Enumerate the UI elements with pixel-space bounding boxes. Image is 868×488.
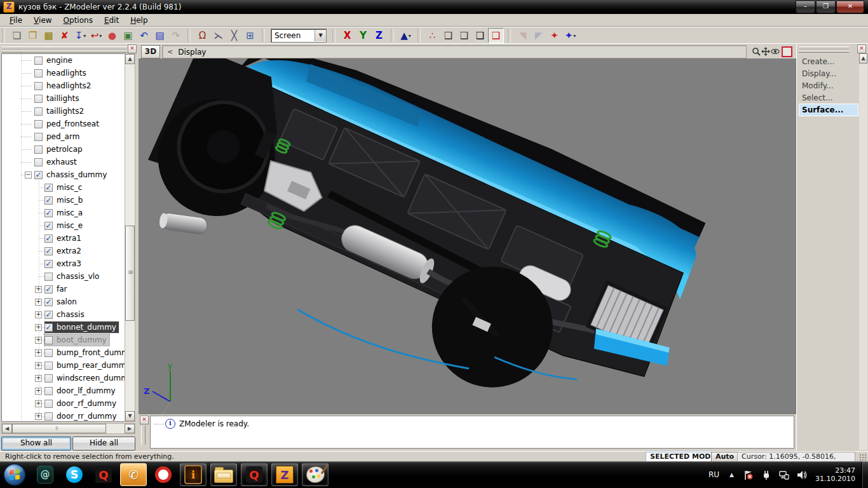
expand-icon[interactable]: + [35, 388, 42, 395]
history-list-button[interactable]: ▤ [152, 28, 168, 43]
breadcrumb-back-icon[interactable]: < [167, 48, 173, 56]
visibility-checkbox[interactable] [44, 400, 53, 408]
tree-item-ped_arm[interactable]: ped_arm [2, 130, 125, 143]
tree-row-body[interactable]: ✓misc_b [44, 194, 86, 206]
tree-row-body[interactable]: taillights [34, 93, 82, 104]
network-icon[interactable] [778, 469, 789, 480]
tree-item-door_lf_dummy[interactable]: +door_lf_dummy [2, 384, 125, 397]
power-plug-icon[interactable] [760, 469, 771, 480]
weld-vertices-button[interactable]: Ω [194, 28, 210, 43]
tree-item-misc_a[interactable]: ✓misc_a [2, 207, 125, 219]
tree-row-body[interactable]: headlights [34, 67, 89, 79]
tree-row-body[interactable]: ✓bonnet_dummy [44, 322, 119, 333]
tree-item-bump_rear_dummy[interactable]: +bump_rear_dummy [2, 359, 125, 372]
expand-icon[interactable]: + [35, 375, 42, 382]
maximize-view-icon[interactable] [782, 46, 792, 57]
visibility-checkbox[interactable] [44, 336, 53, 344]
chevron-down-icon[interactable]: ▾ [83, 33, 86, 39]
tree-item-boot_dummy[interactable]: +boot_dummy [2, 334, 125, 346]
qip-window-taskbar-button[interactable]: Q [241, 463, 268, 486]
visibility-checkbox[interactable]: ✓ [44, 298, 53, 306]
tree-row-body[interactable]: ✓misc_c [44, 182, 85, 193]
visibility-checkbox[interactable]: ✓ [34, 171, 43, 179]
visibility-checkbox[interactable] [44, 412, 53, 421]
expand-icon[interactable]: + [35, 337, 42, 344]
tree-item-extra2[interactable]: ✓extra2 [2, 245, 125, 257]
visibility-checkbox[interactable]: ✓ [44, 209, 53, 217]
scroll-left-icon[interactable]: ◀ [2, 424, 12, 433]
tree-item-petrolcap[interactable]: petrolcap [2, 143, 125, 156]
paint-app-taskbar-button[interactable] [302, 463, 329, 486]
tree-row-body[interactable]: ✓extra1 [44, 233, 84, 244]
qip-taskbar-button[interactable]: Q [91, 464, 116, 485]
tree-item-extra3[interactable]: ✓extra3 [2, 257, 125, 270]
visibility-checkbox[interactable] [34, 107, 43, 116]
visibility-checkbox[interactable] [34, 120, 43, 128]
tree-item-misc_c[interactable]: ✓misc_c [2, 181, 125, 194]
skype-taskbar-button[interactable]: S [62, 464, 87, 485]
axis-z-button[interactable]: Z [371, 28, 387, 43]
tree-row-body[interactable]: chassis_vlo [44, 271, 102, 282]
auto-button[interactable]: Auto [711, 452, 738, 462]
tree-item-engine[interactable]: engine [2, 54, 125, 67]
tree-row-body[interactable]: ✓far [44, 283, 70, 295]
start-button[interactable] [3, 463, 27, 487]
skeleton-button[interactable]: ✦ [546, 28, 562, 43]
orbit-view-icon[interactable] [770, 46, 780, 56]
expand-icon[interactable]: + [35, 324, 42, 331]
visibility-checkbox[interactable] [34, 133, 43, 141]
visibility-checkbox[interactable]: ✓ [44, 196, 53, 205]
tree-item-far[interactable]: +✓far [2, 283, 125, 295]
title-bar[interactable]: Z кузов бэк - ZModeler ver 2.2.4 (Build … [0, 0, 868, 14]
mode-edges-button[interactable]: ❑ [456, 28, 472, 43]
visibility-checkbox[interactable]: ✓ [44, 234, 53, 243]
delete-button[interactable]: ✘ [57, 28, 72, 43]
tree-item-bonnet_dummy[interactable]: +✓bonnet_dummy [2, 321, 125, 334]
visibility-checkbox[interactable]: ✓ [44, 184, 53, 192]
material-sphere-button[interactable]: ● [104, 28, 120, 43]
tree-row-body[interactable]: windscreen_dummy [44, 372, 125, 384]
normals-cone-button[interactable]: ▲▾ [398, 28, 414, 43]
tree-item-headlights[interactable]: headlights [2, 67, 125, 79]
mode-objects-button[interactable]: ❑ [488, 28, 504, 43]
hidden-icons-arrow-icon[interactable]: ▲ [724, 471, 739, 478]
break-vertices-button[interactable]: ⋋ [210, 28, 226, 43]
command-modify[interactable]: Modify... [799, 80, 858, 92]
tree-row-body[interactable]: ✓extra3 [44, 258, 84, 269]
pan-view-icon[interactable] [761, 46, 770, 56]
import-button[interactable]: ↧▾ [72, 28, 88, 43]
commands-panel-header[interactable]: ✕ [797, 43, 868, 53]
menu-view[interactable]: View [28, 15, 57, 26]
visibility-checkbox[interactable]: ✓ [44, 260, 53, 268]
tree-row-body[interactable]: ✓extra2 [44, 245, 84, 257]
expand-icon[interactable]: + [35, 400, 42, 407]
clock[interactable]: 23:47 31.10.2010 [815, 466, 855, 483]
visibility-checkbox[interactable] [44, 362, 53, 370]
tree-row-body[interactable]: ped_arm [34, 131, 82, 142]
visibility-checkbox[interactable] [34, 82, 43, 90]
tree-vertical-scrollbar[interactable]: ▲ ▼ [125, 53, 135, 422]
restore-button[interactable]: ❐ [816, 1, 836, 13]
language-indicator[interactable]: RU [703, 470, 724, 479]
tree-row-body[interactable]: bump_rear_dummy [44, 360, 125, 371]
commands-scrollbar[interactable]: ▲ [859, 53, 867, 450]
tree-vscroll-thumb[interactable] [125, 226, 135, 321]
tree-row-body[interactable]: ✓misc_a [44, 207, 85, 219]
tree-row-body[interactable]: ✓chassis [44, 309, 87, 320]
visibility-checkbox[interactable] [34, 95, 43, 103]
tree-row-body[interactable]: engine [34, 55, 75, 66]
tree-row-body[interactable]: door_rf_dummy [44, 398, 119, 409]
resize-grip[interactable] [859, 454, 867, 461]
command-select[interactable]: Select... [799, 92, 858, 104]
menu-options[interactable]: Options [58, 15, 98, 26]
scroll-up-icon[interactable]: ▲ [859, 53, 867, 64]
tree-row-body[interactable]: taillights2 [34, 105, 86, 117]
expand-icon[interactable]: + [35, 413, 42, 420]
expand-icon[interactable]: + [35, 299, 42, 306]
open-file-button[interactable]: ❐ [25, 28, 41, 43]
command-display[interactable]: Display... [799, 68, 858, 79]
scroll-up-icon[interactable]: ▲ [125, 54, 135, 64]
zmodeler-window-taskbar-button[interactable]: Z [271, 463, 298, 486]
viewport-canvas[interactable]: y Z x [139, 58, 796, 414]
collapse-icon[interactable]: − [25, 172, 32, 179]
